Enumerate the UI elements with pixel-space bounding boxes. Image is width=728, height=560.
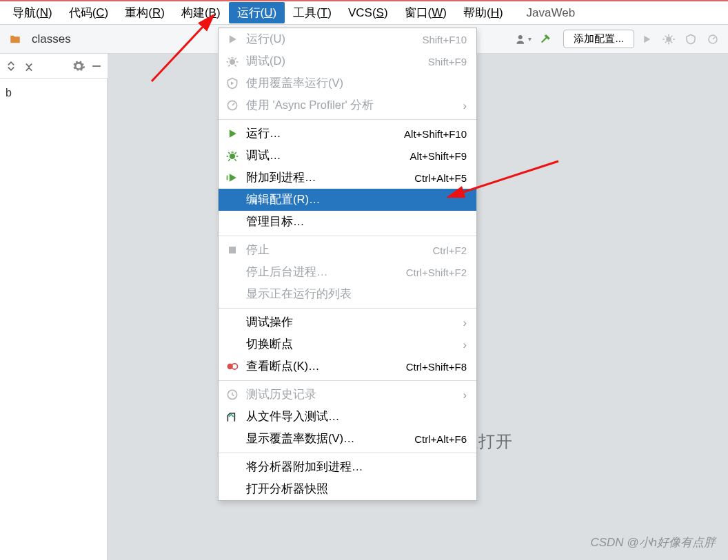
menu-entry: 停止Ctrl+F2 (219, 239, 476, 261)
menu-item[interactable]: 构建(B) (173, 2, 229, 23)
gear-icon[interactable] (72, 59, 85, 73)
menu-entry-label: 查看断点(K)… (246, 359, 399, 374)
collapse-all-icon[interactable] (22, 59, 36, 73)
blank-icon (225, 193, 239, 207)
minimize-icon[interactable] (90, 59, 103, 73)
menu-entry-label: 显示覆盖率数据(V)… (246, 431, 407, 446)
menu-item[interactable]: 重构(R) (117, 2, 173, 23)
menu-entry[interactable]: 切换断点› (219, 333, 476, 355)
menu-entry-label: 附加到进程… (246, 170, 407, 185)
menu-entry[interactable]: 查看断点(K)…Ctrl+Shift+F8 (219, 355, 476, 377)
breadcrumb[interactable]: classes (32, 32, 71, 46)
menu-entry: 运行(U)Shift+F10 (219, 28, 476, 50)
menu-entry-label: 编辑配置(R)… (246, 192, 467, 207)
stop-icon (225, 243, 239, 257)
run-icon[interactable] (637, 30, 656, 49)
menu-entry-label: 停止 (246, 242, 425, 258)
svg-point-5 (230, 154, 235, 159)
blank-icon (225, 482, 239, 496)
bug-icon (225, 54, 239, 68)
menu-item[interactable]: 代码(C) (61, 2, 117, 23)
attach-icon (225, 171, 239, 185)
menu-shortcut: Alt+Shift+F9 (410, 150, 467, 162)
blank-icon (225, 265, 239, 279)
menu-entry: 测试历史记录› (219, 384, 476, 406)
menubar: 导航(N)代码(C)重构(R)构建(B)运行(U)工具(T)VCS(S)窗口(W… (0, 1, 728, 25)
menu-entry-label: 从文件导入测试… (246, 409, 467, 424)
menu-shortcut: Ctrl+Alt+F5 (414, 172, 467, 184)
menu-entry[interactable]: 将分析器附加到进程… (219, 456, 476, 478)
coverage-icon[interactable] (681, 30, 700, 49)
users-icon[interactable]: ▾ (514, 30, 533, 49)
profiler-icon[interactable] (703, 30, 722, 49)
blank-icon (225, 460, 239, 474)
menu-entry[interactable]: 运行…Alt+Shift+F10 (219, 123, 476, 145)
menu-item[interactable]: 帮助(H) (455, 2, 512, 23)
menu-shortcut: Ctrl+Shift+F2 (406, 267, 467, 278)
menu-entry-label: 调试… (246, 148, 403, 163)
menu-entry[interactable]: 调试…Alt+Shift+F9 (219, 145, 476, 167)
menu-entry: 使用 'Async Profiler' 分析› (219, 94, 476, 116)
chevron-right-icon: › (463, 338, 467, 351)
svg-point-3 (230, 59, 235, 65)
debug-icon[interactable] (659, 30, 678, 49)
svg-point-0 (518, 35, 523, 39)
menu-entry-label: 运行(U) (246, 32, 415, 47)
menu-entry-label: 切换断点 (246, 337, 456, 352)
menu-entry[interactable]: 打开分析器快照 (219, 478, 476, 500)
menu-entry-label: 调试(D) (246, 54, 421, 69)
svg-point-1 (666, 37, 671, 42)
blank-icon (225, 287, 239, 301)
svg-rect-6 (229, 247, 236, 253)
menu-entry-label: 管理目标… (246, 214, 467, 229)
chevron-right-icon: › (463, 99, 467, 112)
watermark: CSDN @小h好像有点胖 (590, 535, 716, 550)
menu-entry-label: 显示正在运行的列表 (246, 287, 467, 302)
run-menu-dropdown: 运行(U)Shift+F10调试(D)Shift+F9使用覆盖率运行(V)使用 … (218, 28, 477, 501)
menu-entry-label: 将分析器附加到进程… (246, 459, 467, 475)
expand-all-icon[interactable] (4, 59, 18, 73)
chevron-right-icon: › (463, 388, 467, 402)
menu-shortcut: Shift+F9 (428, 56, 467, 68)
project-tree[interactable]: b (0, 79, 108, 560)
tree-item[interactable]: b (6, 87, 101, 99)
menu-entry: 停止后台进程…Ctrl+Shift+F2 (219, 261, 476, 283)
prof-icon (225, 98, 239, 112)
hammer-icon[interactable] (536, 30, 555, 49)
menu-entry[interactable]: 显示覆盖率数据(V)…Ctrl+Alt+F6 (219, 428, 476, 450)
menu-item[interactable]: 工具(T) (285, 2, 340, 23)
menu-item[interactable]: 运行(U) (229, 2, 285, 23)
blank-icon (225, 432, 239, 446)
menu-entry: 使用覆盖率运行(V) (219, 72, 476, 94)
menu-shortcut: Alt+Shift+F10 (404, 128, 467, 140)
menu-shortcut: Shift+F10 (422, 34, 467, 45)
folder-icon (6, 30, 25, 49)
menu-entry[interactable]: 调试操作› (219, 311, 476, 333)
blank-icon (225, 338, 239, 351)
menu-shortcut: Ctrl+F2 (432, 245, 467, 256)
project-name: JavaWeb (527, 6, 576, 20)
menu-entry-label: 使用覆盖率运行(V) (246, 76, 467, 91)
bp-icon (225, 360, 239, 373)
blank-icon (225, 215, 239, 229)
menu-entry[interactable]: 管理目标… (219, 211, 476, 233)
blank-icon (225, 315, 239, 329)
menu-entry-label: 调试操作 (246, 315, 456, 330)
menu-entry-label: 运行… (246, 126, 397, 141)
history-icon (225, 388, 239, 402)
import-icon (225, 410, 239, 424)
menu-item[interactable]: 窗口(W) (396, 2, 455, 23)
chevron-right-icon: › (463, 316, 467, 329)
play-green-icon (225, 127, 239, 141)
bug-green-icon (225, 149, 239, 163)
menu-item[interactable]: VCS(S) (340, 3, 396, 23)
menu-entry-label: 打开分析器快照 (246, 481, 467, 497)
menu-item[interactable]: 导航(N) (4, 2, 61, 23)
menu-shortcut: Ctrl+Shift+F8 (406, 361, 467, 373)
add-config-button[interactable]: 添加配置... (563, 30, 634, 48)
menu-entry[interactable]: 附加到进程…Ctrl+Alt+F5 (219, 167, 476, 189)
menu-entry-label: 测试历史记录 (246, 387, 456, 402)
cover-icon (225, 76, 239, 90)
menu-entry[interactable]: 从文件导入测试… (219, 406, 476, 428)
menu-entry[interactable]: 编辑配置(R)… (219, 189, 476, 211)
